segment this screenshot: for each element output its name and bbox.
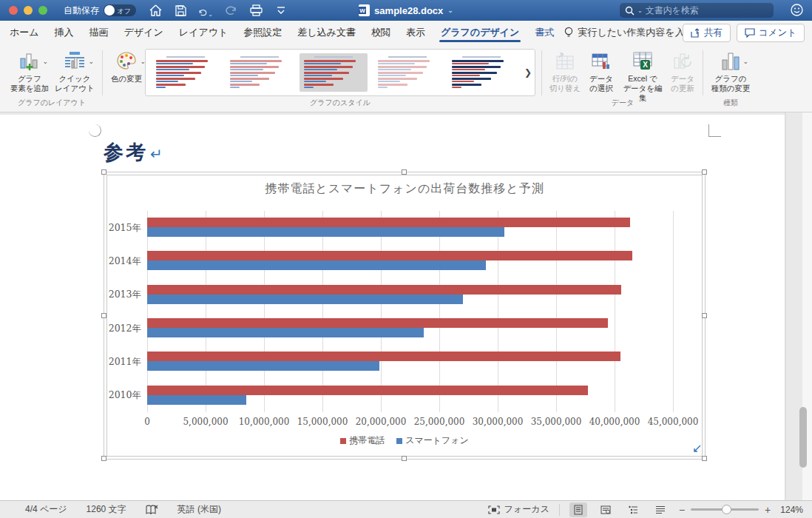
view-web-layout-button[interactable] (597, 502, 615, 517)
tab-chart-design[interactable]: グラフのデザイン (441, 21, 519, 44)
word-doc-icon: W (359, 4, 370, 16)
save-icon[interactable] (173, 3, 188, 18)
legend-item: スマートフォン (396, 434, 469, 447)
y-axis-category-label: 2014年 (97, 255, 141, 268)
tab-mailings[interactable]: 差し込み文書 (297, 21, 356, 44)
zoom-slider-thumb[interactable] (722, 505, 731, 514)
comments-button[interactable]: コメント (737, 24, 805, 42)
tab-draw[interactable]: 描画 (89, 21, 109, 44)
select-data-icon (591, 49, 612, 74)
document-heading: 参考↵ (104, 139, 163, 166)
selection-handle[interactable] (402, 456, 407, 461)
bar-s0-c5[interactable] (147, 386, 588, 395)
page-indicator[interactable]: 4/4 ページ (25, 503, 67, 516)
chart-gridline (381, 211, 382, 412)
status-bar: 4/4 ページ 1260 文字 英語 (米国) フォーカス (0, 500, 812, 518)
bar-s0-c1[interactable] (147, 251, 632, 260)
feedback-smiley-icon[interactable] (791, 4, 803, 19)
focus-button[interactable]: フォーカス (488, 503, 549, 516)
add-chart-element-button[interactable]: ⌄ グラフ 要素を追加 (7, 49, 52, 93)
bar-s0-c3[interactable] (147, 318, 608, 328)
tab-insert[interactable]: 挿入 (55, 21, 74, 44)
tab-home[interactable]: ホーム (10, 21, 39, 44)
tab-design[interactable]: デザイン (124, 21, 163, 44)
tab-format[interactable]: 書式 (535, 21, 554, 44)
chart-style-1[interactable] (152, 53, 220, 92)
y-axis-category-label: 2015年 (97, 221, 141, 234)
select-data-button[interactable]: データ の選択 (584, 49, 618, 93)
chart-gridline (615, 211, 615, 412)
close-button[interactable] (9, 6, 18, 15)
zoom-slider[interactable] (691, 508, 759, 511)
change-colors-button[interactable]: ⌄ 色の変更 (108, 49, 145, 84)
zoom-percentage[interactable]: 124% (780, 505, 803, 515)
proofing-status-icon[interactable] (146, 505, 158, 515)
selection-handle[interactable] (101, 313, 106, 318)
chart-object[interactable]: 携帯電話とスマートフォンの出荷台数推移と予測 2015年2014年2013年20… (104, 172, 706, 460)
share-button[interactable]: 共有 (683, 24, 731, 42)
home-icon[interactable] (148, 3, 163, 18)
view-outline-button[interactable] (624, 502, 642, 517)
word-count[interactable]: 1260 文字 (87, 503, 126, 516)
view-print-layout-button[interactable] (569, 502, 587, 517)
selection-handle[interactable] (101, 169, 106, 175)
search-scope-icon[interactable]: ⌄ (637, 7, 643, 14)
chart-style-5[interactable] (447, 53, 515, 92)
zoom-in-button[interactable]: + (765, 504, 771, 516)
minimize-button[interactable] (24, 6, 33, 15)
chart-gridline (439, 211, 440, 412)
refresh-data-button: データ の更新 (667, 49, 698, 93)
bar-s1-c2[interactable] (147, 295, 463, 304)
print-icon[interactable] (248, 3, 263, 18)
title-dropdown-icon[interactable]: ⌄ (447, 7, 453, 14)
bar-s0-c2[interactable] (147, 285, 621, 295)
undo-button[interactable]: ⌄ (198, 3, 213, 18)
language-indicator[interactable]: 英語 (米国) (177, 503, 221, 516)
selection-handle[interactable] (702, 456, 707, 461)
chart-style-4[interactable] (373, 53, 441, 92)
selection-handle[interactable] (402, 169, 407, 175)
tab-layout[interactable]: レイアウト (179, 21, 229, 44)
bar-s0-c4[interactable] (147, 352, 620, 361)
document-title: sample28.docx (374, 5, 443, 16)
tab-view[interactable]: 表示 (406, 21, 425, 44)
gallery-more-icon[interactable]: ❯ (524, 67, 532, 78)
selection-handle[interactable] (702, 313, 707, 318)
toggle-knob (104, 5, 115, 16)
focus-icon (488, 505, 500, 514)
chart-style-2[interactable] (226, 53, 294, 92)
toolbar-options-icon[interactable] (274, 3, 288, 18)
selection-handle[interactable] (702, 169, 707, 175)
zoom-out-button[interactable]: − (679, 504, 685, 516)
quick-layout-button[interactable]: ⌄ クイック レイアウト (52, 49, 98, 93)
search-input[interactable]: ⌄ 文書内を検索 (620, 3, 774, 18)
group-label-chart-layout: グラフのレイアウト (6, 98, 98, 108)
autosave-toggle[interactable]: オフ (104, 4, 136, 16)
edit-data-label: Excel で (628, 74, 657, 84)
chart-plot-area: 2015年2014年2013年2012年2011年2010年 (147, 211, 673, 412)
bar-s1-c1[interactable] (147, 260, 486, 270)
bar-s1-c3[interactable] (147, 328, 424, 337)
excel-icon: X (632, 49, 654, 74)
x-axis-tick-label: 10,000,000 (239, 417, 290, 427)
scrollbar-thumb[interactable] (799, 407, 807, 468)
tab-review[interactable]: 校閲 (371, 21, 390, 44)
add-chart-element-icon: ⌄ (19, 49, 40, 74)
selection-handle[interactable] (101, 456, 106, 461)
tab-references[interactable]: 参照設定 (243, 21, 282, 44)
refresh-data-icon (672, 49, 693, 74)
view-draft-button[interactable] (652, 502, 669, 517)
change-chart-type-button[interactable]: ⌄ グラフの 種類の変更 (707, 49, 754, 93)
bar-s1-c0[interactable] (147, 227, 504, 237)
document-canvas[interactable]: 参考↵ 携帯電話とスマートフォンの出荷台数推移と予測 2015年2014年201… (0, 112, 812, 500)
comment-icon (745, 28, 755, 38)
bar-s1-c5[interactable] (147, 395, 246, 405)
chart-style-3[interactable] (300, 53, 368, 92)
bar-s1-c4[interactable] (147, 361, 379, 371)
switch-row-column-label: 行/列の (552, 74, 578, 84)
edit-data-in-excel-button[interactable]: X Excel で データを編集 (620, 49, 666, 103)
bar-s0-c0[interactable] (147, 218, 630, 227)
undo-dropdown-icon[interactable]: ⌄ (208, 11, 213, 18)
fullscreen-button[interactable] (38, 6, 47, 15)
scrollbar-track[interactable] (785, 112, 812, 500)
